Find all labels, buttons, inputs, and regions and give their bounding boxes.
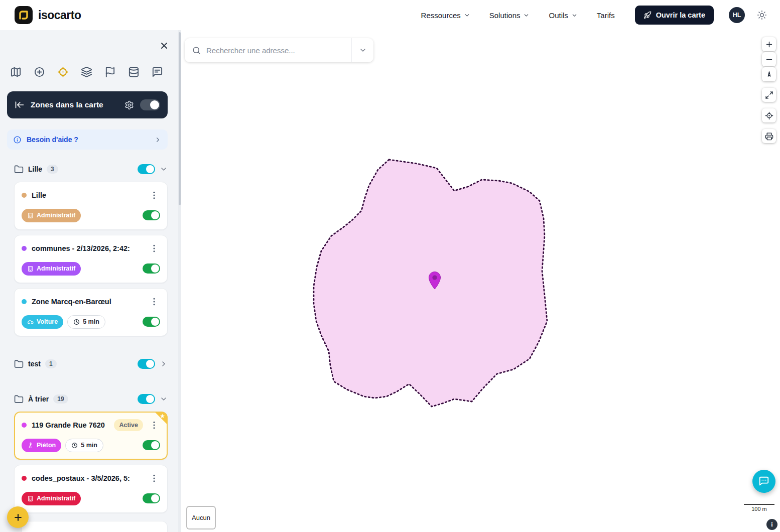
sidebar-scrollbar-thumb[interactable] — [179, 32, 181, 205]
zone-color-dot — [22, 476, 27, 481]
chevron-down-icon[interactable] — [160, 165, 168, 173]
nav-label: Ressources — [421, 11, 461, 20]
kebab-icon — [149, 473, 159, 483]
zone-type-badge: Administratif — [22, 492, 81, 505]
zone-visibility-toggle[interactable] — [143, 263, 160, 274]
zone-visibility-toggle[interactable] — [143, 440, 160, 450]
zone-card-communes[interactable]: communes - 2/13/2026, 2:42: Administrati… — [14, 235, 168, 283]
target-icon — [57, 66, 69, 78]
nav-item-outils[interactable]: Outils — [549, 11, 577, 20]
chat-support-button[interactable] — [752, 470, 775, 493]
zone-card-lille[interactable]: Lille Administratif — [14, 182, 168, 230]
group-toggle[interactable] — [138, 394, 155, 404]
attribution-info-button[interactable]: i — [766, 519, 777, 530]
group-name: Lille — [28, 165, 42, 173]
open-map-label: Ouvrir la carte — [656, 11, 705, 19]
add-zone-fab[interactable] — [7, 506, 29, 528]
zone-menu-button[interactable] — [148, 242, 160, 254]
status-badge: Active — [114, 419, 143, 431]
flag-icon — [104, 66, 116, 78]
group-toggle[interactable] — [138, 359, 155, 369]
help-banner[interactable]: Besoin d'aide ? — [7, 129, 168, 150]
flag-tool-button[interactable] — [101, 63, 118, 80]
database-tool-button[interactable] — [125, 63, 142, 80]
group-items: ★ 119 Grande Rue 7620 Active — [7, 412, 168, 532]
nav-item-ressources[interactable]: Ressources — [421, 11, 470, 20]
theme-toggle-button[interactable] — [757, 10, 767, 20]
plus-icon — [765, 40, 773, 49]
search-options-button[interactable] — [351, 38, 373, 62]
kebab-icon — [149, 243, 159, 253]
chevron-down-icon — [571, 12, 578, 19]
layers-tool-button[interactable] — [78, 63, 95, 80]
nav-item-solutions[interactable]: Solutions — [489, 11, 530, 20]
fullscreen-button[interactable] — [762, 88, 776, 102]
nav-item-tarifs[interactable]: Tarifs — [597, 11, 615, 20]
panel-toggle[interactable] — [140, 99, 160, 110]
zoom-in-button[interactable] — [762, 37, 776, 51]
folder-icon — [14, 394, 24, 404]
chevron-right-icon — [154, 136, 162, 144]
group-toggle[interactable] — [138, 164, 155, 174]
group-header-a-trier[interactable]: À trier 19 — [7, 391, 168, 407]
map-tool-button[interactable] — [7, 63, 24, 80]
open-map-button[interactable]: Ouvrir la carte — [635, 6, 714, 25]
folder-icon — [14, 359, 24, 369]
zone-visibility-toggle[interactable] — [143, 493, 160, 503]
user-avatar[interactable]: HL — [729, 7, 745, 23]
zone-name: codes_postaux - 3/5/2026, 5: — [32, 474, 143, 482]
zone-card-grande-rue[interactable]: ★ 119 Grande Rue 7620 Active — [14, 412, 168, 460]
nav-label: Tarifs — [597, 11, 615, 20]
zone-visibility-toggle[interactable] — [143, 210, 160, 220]
chevron-right-icon[interactable] — [160, 360, 168, 368]
rocket-icon — [643, 11, 652, 19]
plus-circle-icon — [34, 66, 45, 78]
compass-button[interactable] — [762, 67, 776, 81]
map-icon — [10, 66, 22, 78]
panel-settings-button[interactable] — [124, 100, 134, 110]
car-icon — [27, 319, 34, 325]
zone-card-partial[interactable] — [21, 521, 168, 532]
chevron-down-icon[interactable] — [160, 395, 168, 403]
zone-visibility-toggle[interactable] — [143, 317, 160, 327]
building-icon — [27, 265, 34, 272]
zone-mode-badge: Voiture — [22, 315, 63, 329]
gear-icon — [124, 100, 134, 110]
layers-icon — [81, 66, 92, 78]
kebab-icon — [149, 190, 159, 200]
locate-button[interactable] — [762, 108, 776, 122]
add-zone-tool-button[interactable] — [31, 63, 48, 80]
zone-card-codes-postaux[interactable]: codes_postaux - 3/5/2026, 5: Administrat… — [14, 465, 168, 513]
group-items: Lille Administratif — [7, 182, 168, 336]
group-header-lille[interactable]: Lille 3 — [7, 162, 168, 177]
collapse-panel-button[interactable] — [15, 100, 25, 110]
zone-type-badge: Administratif — [22, 209, 81, 222]
address-search-input[interactable] — [201, 46, 351, 55]
zone-menu-button[interactable] — [148, 296, 160, 308]
badge-label: Administratif — [37, 495, 75, 502]
group-test: test 1 — [7, 356, 168, 371]
zone-menu-button[interactable] — [148, 472, 160, 484]
map-pin[interactable] — [428, 271, 442, 290]
base-layer-control[interactable]: Aucun — [186, 506, 216, 529]
zone-menu-button[interactable] — [148, 419, 160, 431]
zone-card-marcq[interactable]: Zone Marcq-en-Barœul Voiture — [14, 288, 168, 336]
zoom-out-button[interactable] — [762, 52, 776, 66]
database-icon — [128, 66, 140, 78]
sidebar: Zones dans la carte Besoin d'aide ? Lill… — [0, 30, 181, 532]
comments-tool-button[interactable] — [149, 63, 166, 80]
kebab-icon — [149, 297, 159, 307]
logo-icon — [14, 6, 33, 25]
sidebar-toolbar — [7, 63, 168, 80]
isochrone-polygon[interactable] — [181, 30, 780, 532]
zone-menu-button[interactable] — [148, 189, 160, 201]
nav-label: Solutions — [489, 11, 521, 20]
group-header-test[interactable]: test 1 — [7, 356, 168, 371]
map-canvas[interactable]: Aucun 100 m i — [181, 30, 780, 532]
brand-logo[interactable]: isocarto — [14, 6, 81, 25]
target-tool-button[interactable] — [54, 63, 71, 80]
panel-title: Zones dans la carte — [31, 100, 118, 109]
zone-color-dot — [22, 246, 27, 251]
print-button[interactable] — [762, 129, 776, 143]
close-sidebar-button[interactable] — [157, 39, 171, 53]
